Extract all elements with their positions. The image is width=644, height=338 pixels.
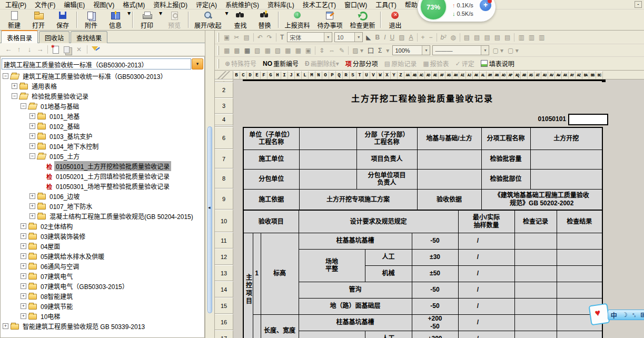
tree-node[interactable]: +0103_基坑支护 [3, 131, 204, 141]
nav-up-icon[interactable]: ↑ [14, 45, 24, 53]
tree-node-label[interactable]: 04屋面 [39, 241, 62, 251]
column-header[interactable]: D [247, 71, 254, 79]
tree-node-label[interactable]: 07建筑电气（GB50303-2015） [39, 281, 130, 291]
column-headers[interactable]: BCDEFGHIJKLMNOPQRSTUVWXYZAAABACADAEAFAGA… [233, 71, 644, 79]
expand-toggle-icon[interactable]: + [29, 133, 35, 139]
shade-color-icon[interactable]: ▢ ▾ [506, 47, 521, 54]
chevron-down-icon[interactable]: ▾ [127, 9, 131, 30]
tree-node[interactable]: 检01050201_土方回填检验批质量验收记录 [3, 171, 204, 181]
tree-node[interactable]: −01地基与基础 [3, 101, 204, 111]
tree-node-label[interactable]: 0102_基础 [48, 121, 81, 131]
row16-record[interactable] [514, 314, 557, 331]
contractor-cell[interactable] [299, 150, 356, 169]
format-painter-icon[interactable]: ✎ [337, 47, 346, 54]
row11-record[interactable] [514, 233, 557, 249]
ime-keyboard-icon[interactable]: ⊞ [640, 311, 644, 319]
zoom-select[interactable]: 100%▾ [392, 45, 430, 55]
row-header[interactable]: 4 [215, 114, 233, 125]
tree-node[interactable]: +0107_地下防水 [3, 201, 204, 211]
tree-node[interactable]: −0105_土方 [3, 151, 204, 161]
chevron-down-icon[interactable]: ▾ [324, 33, 332, 42]
expand-toggle-icon[interactable]: + [21, 303, 26, 309]
delete-row-icon[interactable]: ▩ [232, 47, 242, 54]
tree-node-label[interactable]: 通用表格 [30, 81, 58, 91]
expand-toggle-icon[interactable]: + [29, 193, 35, 199]
tree-node-label[interactable]: 建筑工程施工质量验收统一标准（GB50300-2013） [21, 71, 168, 81]
row-header[interactable]: 2 [215, 82, 233, 98]
column-header[interactable]: AE [432, 71, 439, 79]
tree-node-label[interactable]: 03建筑装饰装修 [39, 231, 87, 241]
row17-sample[interactable]: / [458, 331, 514, 338]
ime-half-shape-icon[interactable]: ☽ [622, 311, 628, 319]
tree-node-label[interactable]: 10电梯 [39, 311, 62, 321]
net-speed-widget[interactable]: 73% ↑ 0.1K/s ↓ 0.5K/s + [418, 0, 496, 22]
tree-node[interactable]: −检验批质量验收记录 [3, 91, 204, 101]
tree-node-label[interactable]: 智能建筑工程质量验收规范 GB 50339-2013 [21, 321, 146, 331]
new-file-button[interactable]: 新建 [2, 9, 26, 30]
column-header[interactable]: U [363, 71, 370, 79]
tree-node[interactable]: +0104_地下水控制 [3, 141, 204, 151]
column-header[interactable]: AO [500, 71, 507, 79]
expand-toggle-icon[interactable]: + [21, 223, 26, 229]
column-header[interactable]: AL [480, 71, 487, 79]
tree-node-label[interactable]: 09建筑节能 [39, 301, 74, 311]
align-distribute-icon[interactable]: ▤ [502, 34, 512, 41]
row14-result[interactable] [557, 282, 602, 298]
row11-result[interactable] [557, 233, 602, 249]
minimize-button[interactable]: - [635, 1, 642, 8]
tree-node[interactable]: +03建筑装饰装修 [3, 231, 204, 241]
tab-2[interactable]: 回收站 [39, 31, 70, 43]
column-header[interactable]: L [302, 71, 309, 79]
tree-node-label[interactable]: 08智能建筑 [39, 291, 74, 301]
tree-node[interactable]: +08智能建筑 [3, 291, 204, 301]
column-header[interactable]: AN [493, 71, 500, 79]
column-header[interactable]: AY [569, 71, 576, 79]
chevron-down-icon[interactable]: ▾ [354, 33, 362, 42]
subcontractor-pm-cell[interactable] [417, 169, 481, 189]
column-header[interactable]: AD [425, 71, 432, 79]
batch-part-cell[interactable] [530, 169, 602, 189]
row-header[interactable]: 3 [215, 98, 233, 114]
expand-toggle-icon[interactable]: + [21, 273, 26, 279]
row13-record[interactable] [514, 265, 557, 282]
column-header[interactable]: AF [439, 71, 445, 79]
tree-node-label[interactable]: 01050201_土方回填检验批质量验收记录 [54, 171, 171, 181]
column-header[interactable]: AU [541, 71, 548, 79]
expand-toggle-icon[interactable]: + [29, 113, 35, 119]
new-node-icon[interactable] [51, 45, 61, 54]
nav-left-icon[interactable]: ← [3, 45, 14, 53]
item1-name[interactable]: 标高 [261, 233, 299, 314]
col-width-icon[interactable]: ⇔ [326, 47, 337, 54]
tree-node-label[interactable]: 01地基与基础 [39, 101, 81, 111]
menu-item-7[interactable]: 评定(A) [192, 0, 221, 9]
item-name-value[interactable]: 土方开挖 [530, 127, 602, 150]
column-header[interactable]: J [288, 71, 295, 79]
column-header[interactable]: AA [404, 71, 411, 79]
row13-result[interactable] [557, 265, 602, 282]
accelerate-button[interactable]: + [480, 0, 491, 11]
expand-toggle-icon[interactable]: + [21, 283, 26, 289]
font-size-select[interactable]: 10▾ [334, 32, 363, 42]
unit-name-cell[interactable] [299, 127, 356, 150]
split-col-icon[interactable]: ▧ [273, 47, 283, 54]
preview-button[interactable]: 预览 [162, 9, 186, 30]
tree-node[interactable]: +通用表格 [3, 81, 204, 91]
menu-item-11[interactable]: 窗口(W) [340, 0, 371, 9]
expand-toggle-icon[interactable]: + [29, 213, 35, 219]
tree-node[interactable]: +智能建筑工程质量验收规范 GB 50339-2013 [3, 321, 204, 331]
chevron-down-icon[interactable]: ▾ [336, 60, 339, 67]
lock-cell-icon[interactable]: ▣ [303, 47, 313, 54]
tree-node-label[interactable]: 检验批质量验收记录 [30, 91, 90, 101]
row12-record[interactable] [514, 249, 557, 265]
tree-node[interactable]: +0102_基础 [3, 121, 204, 131]
row14-record[interactable] [514, 282, 557, 298]
border-color-icon[interactable]: ▢ ▾ [490, 47, 506, 54]
split-cells-icon[interactable]: ▧ [252, 47, 262, 54]
subcontractor-cell[interactable] [299, 169, 356, 189]
tab-1[interactable]: 表格目录 [1, 30, 38, 43]
nav-down-icon[interactable]: ↓ [24, 45, 35, 53]
tree-node-label[interactable]: 0106_边坡 [48, 191, 81, 201]
column-header[interactable]: AH [452, 71, 459, 79]
column-header[interactable]: K [295, 71, 302, 79]
column-header[interactable]: W [377, 71, 384, 79]
